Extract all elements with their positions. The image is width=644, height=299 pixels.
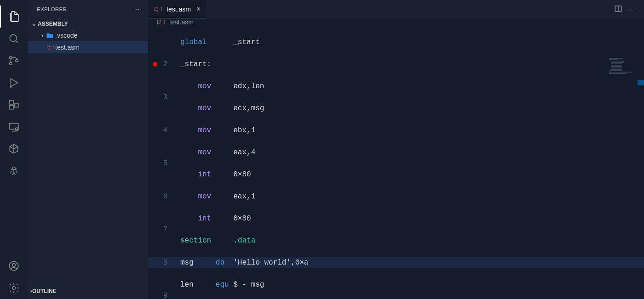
svg-text:01: 01 (48, 47, 51, 50)
svg-point-3 (16, 59, 18, 62)
svg-point-4 (10, 86, 12, 88)
svg-point-10 (12, 167, 16, 170)
line-number: 4 (148, 125, 167, 136)
tab-test-asm[interactable]: [1001] test.asm × (148, 0, 206, 18)
overview-ruler-marker (638, 80, 644, 85)
line-number: 9 (148, 290, 167, 299)
activity-bar (0, 0, 28, 299)
svg-text:]: ] (52, 45, 55, 50)
svg-rect-7 (14, 103, 18, 107)
line-number: 3 (148, 92, 167, 103)
tab-bar: [1001] test.asm × ··· (148, 0, 644, 18)
tree-file-test-asm[interactable]: [1001] test.asm (28, 41, 148, 53)
breadcrumb[interactable]: [1001] test.asm (148, 18, 644, 26)
tab-label: test.asm (167, 6, 191, 13)
line-number: 7 (148, 224, 167, 235)
breakpoint-icon[interactable] (153, 62, 157, 67)
editor-area: [1001] test.asm × ··· [1001] test.asm 2 … (148, 0, 644, 299)
chevron-down-icon: ⌄ (30, 21, 38, 27)
editor-more-icon[interactable]: ··· (630, 6, 638, 13)
svg-text:01: 01 (158, 22, 161, 25)
activity-accounts[interactable] (0, 255, 28, 277)
activity-search[interactable] (0, 28, 28, 50)
close-icon[interactable]: × (196, 5, 201, 13)
tree-file-label: test.asm (55, 44, 80, 51)
svg-text:]: ] (163, 20, 165, 24)
activity-source-control[interactable] (0, 50, 28, 72)
line-number: 6 (148, 191, 167, 202)
svg-point-1 (10, 56, 12, 59)
svg-point-12 (12, 264, 16, 267)
activity-remote[interactable] (0, 116, 28, 138)
svg-rect-5 (9, 100, 13, 104)
svg-point-2 (10, 62, 12, 65)
activity-run-debug[interactable] (0, 72, 28, 94)
svg-text:]: ] (160, 6, 162, 11)
code-content[interactable]: global _start _start: mov edx,len mov ec… (180, 26, 644, 299)
activity-extensions[interactable] (0, 94, 28, 116)
explorer-sidebar: EXPLORER ··· ⌄ ASSEMBLY › .vscode [1001]… (28, 0, 148, 299)
svg-rect-6 (9, 105, 13, 109)
sidebar-title: EXPLORER (37, 6, 67, 12)
editor-actions: ··· (614, 5, 644, 14)
activity-misc-1[interactable] (0, 138, 28, 160)
activity-misc-2[interactable] (0, 160, 28, 182)
breadcrumb-file: test.asm (169, 18, 194, 26)
line-number-gutter: 2 3 4 5 6 7 8 9 10 11 12 13 (148, 26, 180, 299)
sidebar-more-icon[interactable]: ··· (135, 6, 143, 12)
asm-file-icon: [1001] (46, 44, 55, 51)
line-number: 2 (148, 59, 167, 70)
tree-folder-vscode[interactable]: › .vscode (28, 29, 148, 41)
svg-point-0 (10, 34, 17, 41)
svg-point-13 (12, 287, 16, 290)
activity-settings[interactable] (0, 277, 28, 299)
sidebar-header: EXPLORER ··· (28, 0, 148, 18)
svg-text:01: 01 (155, 9, 158, 12)
tree-folder-label: .vscode (55, 32, 77, 39)
code-editor[interactable]: 2 3 4 5 6 7 8 9 10 11 12 13 global _star… (148, 26, 644, 299)
asm-file-icon: [1001] (156, 19, 166, 25)
activity-explorer[interactable] (0, 6, 28, 28)
sidebar-outline-label: OUTLINE (32, 288, 57, 294)
line-number: 8 (148, 257, 167, 268)
asm-file-icon: [1001] (154, 6, 163, 12)
sidebar-section-outline[interactable]: › OUTLINE (28, 285, 148, 296)
line-number: 5 (148, 158, 167, 169)
folder-icon (46, 32, 55, 39)
sidebar-section-label: ASSEMBLY (38, 21, 68, 27)
chevron-right-icon: › (39, 32, 46, 39)
sidebar-section-assembly[interactable]: ⌄ ASSEMBLY (28, 18, 148, 29)
split-editor-icon[interactable] (614, 5, 622, 14)
svg-rect-8 (9, 123, 18, 129)
file-tree: › .vscode [1001] test.asm (28, 29, 148, 53)
